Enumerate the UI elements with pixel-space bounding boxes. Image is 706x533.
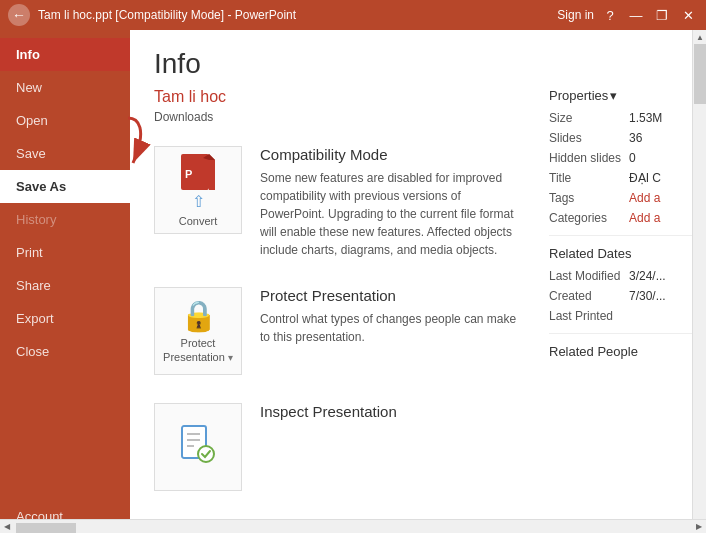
prop-created-label: Created bbox=[549, 289, 629, 303]
convert-icon-box[interactable]: P ⇧ Convert bbox=[154, 146, 242, 234]
vertical-scrollbar[interactable]: ▲ bbox=[692, 30, 706, 519]
prop-size-value: 1.53M bbox=[629, 111, 698, 125]
convert-card-title: Compatibility Mode bbox=[260, 146, 525, 163]
protect-card: 🔒 Protect Presentation ▾ Protect Present… bbox=[154, 281, 525, 381]
sidebar-item-new[interactable]: New bbox=[0, 71, 130, 104]
prop-tags-label: Tags bbox=[549, 191, 629, 205]
prop-hidden-value: 0 bbox=[629, 151, 698, 165]
prop-title-value: ĐẠI C bbox=[629, 171, 698, 185]
sidebar-item-open[interactable]: Open bbox=[0, 104, 130, 137]
prop-categories[interactable]: Categories Add a bbox=[549, 211, 698, 225]
sidebar-item-share[interactable]: Share bbox=[0, 269, 130, 302]
svg-point-8 bbox=[198, 446, 214, 462]
horizontal-scrollbar[interactable]: ◀ ▶ bbox=[0, 519, 706, 533]
window-title: Tam li hoc.ppt [Compatibility Mode] - Po… bbox=[38, 8, 296, 22]
prop-slides-label: Slides bbox=[549, 131, 629, 145]
prop-divider-2 bbox=[549, 333, 698, 334]
prop-last-modified-value: 3/24/... bbox=[629, 269, 698, 283]
protect-icon-box[interactable]: 🔒 Protect Presentation ▾ bbox=[154, 287, 242, 375]
scroll-right-button[interactable]: ▶ bbox=[692, 520, 706, 534]
sidebar-item-close[interactable]: Close bbox=[0, 335, 130, 368]
content-area: Info Tam li hoc Downloads bbox=[130, 30, 706, 533]
info-page: Info Tam li hoc Downloads bbox=[130, 30, 706, 533]
prop-categories-label: Categories bbox=[549, 211, 629, 225]
scroll-up-button[interactable]: ▲ bbox=[694, 30, 706, 44]
convert-card: P ⇧ Convert Compatibility Mode Some new … bbox=[154, 140, 525, 265]
prop-created-value: 7/30/... bbox=[629, 289, 698, 303]
hscroll-thumb[interactable] bbox=[16, 523, 76, 533]
svg-text:P: P bbox=[185, 168, 192, 180]
file-location: Downloads bbox=[154, 110, 525, 124]
inspect-icon bbox=[180, 424, 216, 471]
protect-card-title: Protect Presentation bbox=[260, 287, 525, 304]
properties-title: Properties ▾ bbox=[549, 88, 698, 103]
prop-tags-value[interactable]: Add a bbox=[629, 191, 698, 205]
file-name: Tam li hoc bbox=[154, 88, 525, 106]
inspect-card-content: Inspect Presentation bbox=[260, 403, 525, 426]
title-bar-controls: Sign in ? — ❐ ✕ bbox=[557, 5, 698, 25]
info-body: Tam li hoc Downloads P bbox=[130, 88, 706, 533]
prop-last-printed-label: Last Printed bbox=[549, 309, 629, 323]
scroll-thumb[interactable] bbox=[694, 44, 706, 104]
title-bar: ← Tam li hoc.ppt [Compatibility Mode] - … bbox=[0, 0, 706, 30]
prop-last-printed-value bbox=[629, 309, 698, 323]
inspect-svg bbox=[180, 424, 216, 464]
protect-label: Protect Presentation ▾ bbox=[163, 337, 233, 363]
prop-created: Created 7/30/... bbox=[549, 289, 698, 303]
ppt-icon: P ⇧ bbox=[179, 152, 217, 211]
properties-panel: Properties ▾ Size 1.53M Slides 36 Hidden… bbox=[541, 88, 706, 533]
related-people-title: Related People bbox=[549, 344, 698, 359]
sidebar: Info New Open Save Save As History Print… bbox=[0, 30, 130, 533]
sidebar-item-history[interactable]: History bbox=[0, 203, 130, 236]
sidebar-item-export[interactable]: Export bbox=[0, 302, 130, 335]
prop-categories-value[interactable]: Add a bbox=[629, 211, 698, 225]
related-dates-title: Related Dates bbox=[549, 246, 698, 261]
svg-rect-2 bbox=[209, 160, 215, 190]
restore-button[interactable]: ❐ bbox=[652, 5, 672, 25]
prop-size: Size 1.53M bbox=[549, 111, 698, 125]
prop-last-printed: Last Printed bbox=[549, 309, 698, 323]
help-button[interactable]: ? bbox=[600, 5, 620, 25]
prop-title-label: Title bbox=[549, 171, 629, 185]
prop-hidden-slides: Hidden slides 0 bbox=[549, 151, 698, 165]
prop-slides-value: 36 bbox=[629, 131, 698, 145]
protect-card-content: Protect Presentation Control what types … bbox=[260, 287, 525, 346]
title-bar-left: ← Tam li hoc.ppt [Compatibility Mode] - … bbox=[8, 4, 296, 26]
inspect-card: Inspect Presentation bbox=[154, 397, 525, 497]
sidebar-item-save[interactable]: Save bbox=[0, 137, 130, 170]
inspect-card-title: Inspect Presentation bbox=[260, 403, 525, 420]
convert-card-content: Compatibility Mode Some new features are… bbox=[260, 146, 525, 259]
ppt-file-icon: P bbox=[179, 152, 217, 194]
protect-card-desc: Control what types of changes people can… bbox=[260, 310, 525, 346]
prop-slides: Slides 36 bbox=[549, 131, 698, 145]
sidebar-item-info[interactable]: Info bbox=[0, 38, 130, 71]
sign-in-link[interactable]: Sign in bbox=[557, 8, 594, 22]
prop-tags[interactable]: Tags Add a bbox=[549, 191, 698, 205]
scroll-left-button[interactable]: ◀ bbox=[0, 520, 14, 534]
sidebar-item-print[interactable]: Print bbox=[0, 236, 130, 269]
prop-last-modified: Last Modified 3/24/... bbox=[549, 269, 698, 283]
page-title: Info bbox=[130, 30, 706, 88]
minimize-button[interactable]: — bbox=[626, 5, 646, 25]
convert-card-desc: Some new features are disabled for impro… bbox=[260, 169, 525, 259]
prop-hidden-label: Hidden slides bbox=[549, 151, 629, 165]
prop-size-label: Size bbox=[549, 111, 629, 125]
prop-title: Title ĐẠI C bbox=[549, 171, 698, 185]
app-layout: Info New Open Save Save As History Print… bbox=[0, 30, 706, 533]
inspect-icon-box[interactable] bbox=[154, 403, 242, 491]
convert-label: Convert bbox=[179, 215, 218, 228]
prop-divider-1 bbox=[549, 235, 698, 236]
prop-last-modified-label: Last Modified bbox=[549, 269, 629, 283]
info-left: Tam li hoc Downloads P bbox=[154, 88, 541, 533]
close-button[interactable]: ✕ bbox=[678, 5, 698, 25]
back-button[interactable]: ← bbox=[8, 4, 30, 26]
sidebar-item-save-as[interactable]: Save As bbox=[0, 170, 130, 203]
lock-icon: 🔒 bbox=[180, 298, 217, 333]
